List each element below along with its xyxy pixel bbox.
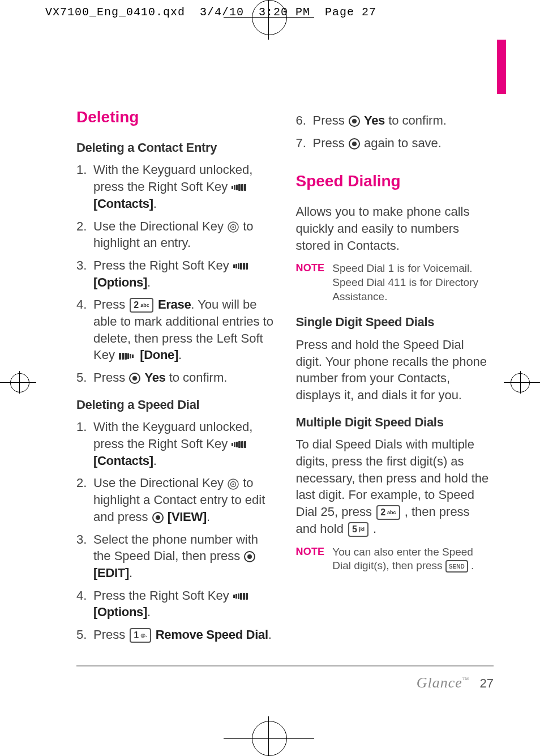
footer-rule [76,665,494,667]
svg-rect-38 [238,593,239,599]
note-text: You can also enter the Speed Dial digit(… [332,545,494,573]
svg-point-31 [232,483,234,485]
note-label: NOTE [296,545,325,573]
page-footer: Glance™ 27 [417,674,494,691]
svg-rect-18 [127,353,129,359]
svg-rect-20 [132,354,134,358]
subhead-deleting-speed-dial: Deleting a Speed Dial [76,396,275,413]
right-column: Press Yes to confirm. Press again to sav… [296,106,494,665]
center-key-icon [152,512,164,523]
brand-logo: Glance™ [417,674,470,691]
step: Press the Right Soft Key [Options]. [76,587,275,621]
svg-rect-37 [235,594,237,599]
svg-rect-16 [122,353,124,360]
svg-point-22 [132,376,137,381]
right-soft-key-icon [233,263,250,270]
section-tab-marker [497,40,506,94]
registration-mark-top [252,0,287,35]
step: Press 1 @. Remove Speed Dial. [76,626,275,643]
svg-rect-24 [234,442,235,447]
svg-rect-10 [235,264,237,268]
step: Use the Directional Key to highlight an … [76,218,275,251]
step: Press Yes to confirm. [296,112,494,129]
step: Press Yes to confirm. [76,369,275,386]
svg-rect-25 [236,442,238,447]
svg-rect-2 [236,185,238,190]
subhead-deleting-contact: Deleting a Contact Entry [76,139,275,156]
svg-rect-28 [244,441,246,448]
page-number: 27 [480,676,494,691]
document-page: VX7100_Eng_0410.qxd 3/4/10 3:20 PM Page … [0,0,540,756]
directional-key-icon [228,479,239,490]
steps-deleting-speed-dial: With the Keyguard unlocked, press the Ri… [76,418,275,643]
steps-deleting-contact: With the Keyguard unlocked, press the Ri… [76,161,275,386]
svg-point-43 [352,119,357,123]
svg-rect-36 [233,595,235,598]
steps-continued: Press Yes to confirm. Press again to sav… [296,112,494,151]
subhead-multi-digit: Multiple Digit Speed Dials [296,414,494,431]
keypad-2-icon: 2 abc [130,298,153,313]
step: With the Keyguard unlocked, press the Ri… [76,161,275,212]
note-voicemail: NOTE Speed Dial 1 is for Voicemail. Spee… [296,262,494,304]
svg-rect-1 [234,185,235,190]
note-send: NOTE You can also enter the Speed Dial d… [296,545,494,573]
step: With the Keyguard unlocked, press the Ri… [76,418,275,469]
note-text: Speed Dial 1 is for Voicemail. Speed Dia… [332,262,494,304]
center-key-icon [349,138,360,150]
svg-rect-39 [240,593,242,600]
svg-rect-12 [240,263,242,270]
svg-point-35 [247,554,252,559]
svg-rect-5 [244,184,246,191]
svg-rect-4 [241,184,243,191]
svg-rect-15 [119,353,121,360]
registration-mark-right [504,371,540,394]
svg-rect-14 [246,263,248,270]
content-area: Deleting Deleting a Contact Entry With t… [76,106,494,665]
section-title-deleting: Deleting [76,106,275,128]
directional-key-icon [228,221,239,233]
svg-rect-9 [233,264,235,268]
step: Press the Right Soft Key [Options]. [76,257,275,291]
center-key-icon [244,551,255,562]
right-soft-key-icon [232,184,248,191]
single-digit-paragraph: Press and hold the Speed Dial digit. You… [296,336,494,404]
center-key-icon [349,116,360,127]
svg-rect-19 [130,354,131,358]
svg-rect-41 [246,593,248,600]
svg-rect-0 [232,186,233,189]
right-soft-key-icon [232,441,248,448]
left-soft-key-icon [119,353,136,360]
keypad-5-icon: 5 jkl [348,522,368,537]
svg-point-45 [352,142,357,146]
svg-point-33 [156,515,160,520]
svg-rect-27 [241,441,243,448]
svg-rect-13 [243,263,245,270]
subhead-single-digit: Single Digit Speed Dials [296,314,494,331]
speed-dial-intro: Allows you to make phone calls quickly a… [296,203,494,254]
svg-rect-26 [238,441,241,448]
registration-mark-left [0,371,36,394]
svg-rect-17 [125,353,127,360]
step: Use the Directional Key to highlight a C… [76,475,275,525]
note-label: NOTE [296,262,325,304]
right-soft-key-icon [233,593,250,600]
step: Press again to save. [296,135,494,152]
keypad-1-icon: 1 @. [130,628,151,643]
step: Select the phone number with the Speed D… [76,531,275,582]
section-title-speed-dialing: Speed Dialing [296,170,494,192]
step: Press 2 abc Erase. You will be able to m… [76,296,275,364]
svg-point-8 [232,226,234,228]
center-key-icon [129,373,140,384]
svg-rect-3 [238,184,241,191]
svg-rect-23 [232,443,233,446]
send-key-icon: SEND [445,560,468,573]
multi-digit-paragraph: To dial Speed Dials with multiple digits… [296,436,494,537]
svg-rect-40 [243,593,245,600]
svg-rect-11 [238,263,239,269]
keypad-2-icon: 2 abc [376,505,400,520]
left-column: Deleting Deleting a Contact Entry With t… [76,106,275,665]
